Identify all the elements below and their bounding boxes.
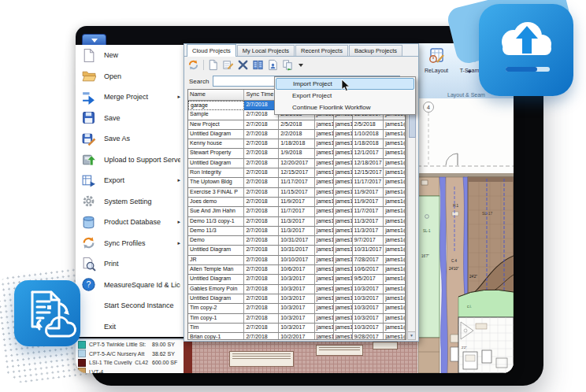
file-menu-item-label: System Setting [104,198,180,205]
table-cell: james1@ [384,159,406,168]
table-row[interactable]: Exercise 3 FINAL P2/7/201811/15/2017jame… [188,188,406,198]
table-cell: james1@ [334,130,353,139]
main-room-label: SL-17 [482,211,493,216]
relayout-icon [427,54,446,67]
refresh-icon[interactable] [187,59,199,71]
estimate-item-name: CPT-5-A/C Nursery Att [89,351,150,357]
table-row[interactable]: Stewart Property2/7/20181/9/2018james1@j… [188,149,406,158]
table-row[interactable]: The Uptown Bldg2/7/201811/17/2017james1@… [188,178,406,187]
tab-backup-projects[interactable]: Backup Projects [349,45,402,56]
dropdown-caret-icon[interactable] [299,64,303,67]
table-cell: james1@ [334,227,353,236]
transfer-icon[interactable] [282,59,294,71]
estimate-list-item[interactable]: CPT-5-A/C Nursery Att38.62 SY [76,349,184,359]
file-menu-item-label: Print [104,260,180,268]
estimate-list-item[interactable]: LVT-4 [76,368,184,374]
table-cell: 9/7/2017 [353,236,384,246]
table-cell: 1/10/2018 [353,130,384,139]
table-cell: 12/20/2017 [279,159,315,168]
columns-icon[interactable] [252,59,264,71]
submenu-arrow-icon: ▸ [177,240,180,246]
app-window: NewOpenMerge Project▸SaveSave AsUpload t… [76,26,514,373]
table-row[interactable]: JR2/7/201810/10/2017james1@james1@7/28/2… [188,256,406,265]
table-scrollbar[interactable]: ▲ ▼ [407,89,416,340]
table-row[interactable]: Tim copy-22/7/201810/3/2017james1@james1… [188,304,406,313]
file-menu-item-product-database[interactable]: Product Database▸ [76,212,184,233]
table-cell: 10/3/2017 [279,285,315,294]
cloud-upload-badge [479,4,573,96]
file-menu-item-start-second-instance[interactable]: Start Second Instance [76,295,184,316]
table-cell: 1/18/2018 [279,139,315,149]
estimate-list-item[interactable]: CPT-5 Twinkle Little St:89.00 SY [76,340,184,349]
scroll-down-icon[interactable]: ▼ [408,331,415,339]
file-menu-item-export[interactable]: Export▸ [76,170,184,191]
table-row[interactable]: Tim copy-12/7/201810/3/2017james1@james1… [188,314,406,324]
estimate-list-item[interactable]: LSI-1 Tile Cuvelly_CL42600.00 SF [76,358,184,368]
table-row[interactable]: New Project2/7/20182/5/2018james1@james1… [188,120,406,130]
delete-icon[interactable] [237,59,249,71]
table-cell: james1@ [384,139,406,149]
table-cell: james1@ [334,217,353,227]
table-row[interactable]: Untitled Diagram2/7/201810/3/2017james1@… [188,275,406,284]
table-cell: New Project [188,120,244,130]
app-menu-button[interactable] [82,34,106,46]
table-cell: james1@ [384,149,406,158]
toolbar-separator [203,60,204,70]
table-row[interactable]: Kenny house2/7/20181/18/2018james1@james… [188,139,406,149]
file-menu-item-upload-to-support-server[interactable]: Upload to Support Server [76,150,184,171]
table-row[interactable]: Brian copy-12/7/201810/2/2017james1@jame… [188,333,406,340]
table-cell: james1@ [384,198,406,207]
table-cell: Tim copy-1 [188,314,244,324]
table-row[interactable]: Sue And Jim Hahn2/7/201811/7/2017james1@… [188,207,406,216]
table-row[interactable]: Untitled Diagram2/7/201812/20/2017james1… [188,159,406,168]
file-menu-item-exit[interactable]: Exit [76,316,184,338]
table-row[interactable]: Demo 11/32/7/201811/3/2017james1@james1@… [188,227,406,236]
file-menu-item-print[interactable]: Print [76,253,184,275]
table-cell: Demo 11/3 copy-1 [188,217,244,227]
table-row[interactable]: Untitled Diagram2/7/201810/3/2017james1@… [188,294,406,304]
table-cell: james1@ [315,217,334,227]
table-cell: james1@ [334,188,353,198]
table-row[interactable]: Untitled Diagram2/7/201810/31/2017james1… [188,246,406,255]
table-cell: 2/7/2018 [244,198,279,207]
table-cell: 2/7/2018 [244,275,279,284]
table-cell: Demo 11/3 [188,227,244,236]
table-row[interactable]: Ron Integrity2/7/201812/15/2017james1@ja… [188,168,406,178]
table-cell: 11/3/2017 [353,227,384,236]
table-cell: 11/17/2017 [279,178,315,187]
table-row[interactable]: Demo 11/3 copy-12/7/201811/3/2017james1@… [188,217,406,227]
table-row[interactable]: Tim2/7/201810/3/2017james1@james1@10/3/2… [188,324,406,333]
column-header[interactable]: Name [188,90,244,100]
table-cell: 2/7/2018 [244,333,279,340]
new-project-icon[interactable] [207,59,219,71]
rename-icon[interactable] [222,59,234,71]
file-menu-item-sync-profiles[interactable]: Sync Profiles▸ [76,233,184,254]
context-menu-item-continue-floorlink-workflow[interactable]: Continue Floorlink Workflow [275,102,415,113]
table-row[interactable]: Demo2/7/201810/31/2017james1@james1@9/7/… [188,236,406,246]
table-row[interactable]: Untitled Diagram2/7/20182/2/2018james1@j… [188,130,406,139]
table-cell: james1@ [384,246,406,255]
file-menu-item-open[interactable]: Open [76,66,184,87]
table-cell: james1@ [315,130,334,139]
preview-icon[interactable] [267,59,279,71]
tab-my-local-projects[interactable]: My Local Projects [237,45,295,56]
file-menu-item-system-setting[interactable]: System Setting [76,191,184,213]
table-row[interactable]: Allen Temple Man2/7/201810/6/2017james1@… [188,265,406,275]
table-row[interactable]: Gables Emory Poin2/7/201810/3/2017james1… [188,285,406,294]
floor-plan-canvas[interactable]: 4 SL-1 16'7" H.1 C.4 24'10" [417,98,514,373]
table-cell: james1@ [384,265,406,275]
file-menu-item-merge-project[interactable]: Merge Project▸ [76,87,184,108]
file-menu-item-label: Upload to Support Server [104,156,180,164]
file-menu-item-measuresquare-id-license[interactable]: ?MeasureSquare Id & License [76,275,184,296]
doc-sync-badge [14,280,80,346]
table-row[interactable]: Joes demo2/7/201811/9/2017james1@james1@… [188,198,406,207]
tab-cloud-projects[interactable]: Cloud Projects [187,44,236,57]
file-menu-item-save-as[interactable]: Save As [76,128,184,150]
plan-note-box [316,345,363,356]
table-cell: Gables Emory Poin [188,285,244,294]
tab-recent-projects[interactable]: Recent Projects [295,45,348,56]
file-menu-item-new[interactable]: New [76,45,184,66]
ribbon-button-relayout[interactable]: ReLayout [421,46,452,73]
file-menu-item-save[interactable]: Save [76,108,184,129]
mouse-cursor-icon [341,80,350,93]
